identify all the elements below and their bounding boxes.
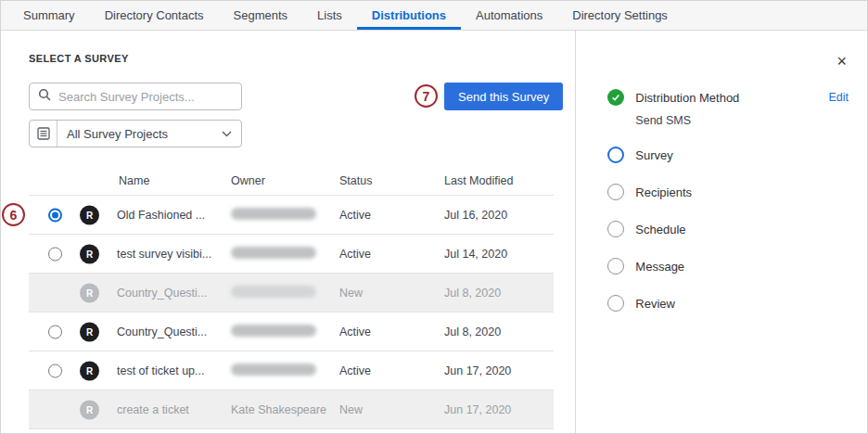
- table-row[interactable]: R Country_Questi... Active Jul 8, 2020: [29, 313, 554, 351]
- survey-status: Active: [339, 248, 371, 261]
- survey-avatar: R: [80, 361, 99, 380]
- step-label: Survey: [635, 148, 672, 162]
- survey-avatar: R: [80, 205, 99, 224]
- step-recipients[interactable]: Recipients: [607, 183, 849, 201]
- distributions-page: Summary Directory Contacts Segments List…: [0, 0, 868, 434]
- survey-last-modified: Jul 16, 2020: [444, 209, 507, 222]
- survey-status: Active: [339, 209, 371, 222]
- survey-table: Name Owner Status Last Modified R Old Fa…: [29, 166, 554, 429]
- top-tab-bar: Summary Directory Contacts Segments List…: [1, 1, 867, 31]
- survey-last-modified: Jun 17, 2020: [444, 364, 511, 377]
- survey-name: Old Fashioned ...: [117, 209, 205, 222]
- survey-filter-dropdown[interactable]: All Survey Projects: [29, 120, 242, 147]
- owner-redacted: [231, 286, 316, 300]
- step-survey[interactable]: Survey: [607, 146, 849, 164]
- step-sublabel-send-sms: Send SMS: [635, 114, 849, 129]
- step-label: Distribution Method: [635, 91, 739, 105]
- step-circle-icon: [607, 258, 624, 274]
- close-icon[interactable]: ×: [836, 53, 847, 70]
- survey-search-box[interactable]: [29, 83, 242, 110]
- step-review[interactable]: Review: [607, 294, 849, 313]
- table-row[interactable]: R Old Fashioned ... Active Jul 16, 2020: [29, 196, 554, 235]
- step-label: Review: [635, 297, 675, 311]
- survey-filter-value: All Survey Projects: [57, 127, 222, 141]
- survey-last-modified: Jul 8, 2020: [444, 287, 501, 300]
- step-schedule[interactable]: Schedule: [607, 220, 849, 238]
- tab-automations[interactable]: Automations: [461, 1, 557, 30]
- survey-select-area: SELECT A SURVEY Send this Survey All Sur…: [1, 31, 575, 434]
- survey-owner: Kate Shakespeare: [231, 403, 326, 416]
- step-circle-icon: [607, 221, 624, 237]
- row-radio[interactable]: [48, 325, 62, 338]
- step-distribution-method: Distribution Method Edit: [607, 88, 849, 107]
- survey-avatar: R: [80, 322, 99, 341]
- survey-name: test of ticket up...: [117, 364, 205, 377]
- column-header-last-modified: Last Modified: [444, 174, 513, 187]
- owner-redacted: [231, 325, 316, 339]
- check-circle-icon: [607, 89, 624, 106]
- survey-avatar: R: [80, 400, 99, 419]
- table-row-disabled: R create a ticket Kate Shakespeare New J…: [29, 390, 554, 429]
- step-label: Message: [635, 260, 684, 274]
- survey-avatar: R: [80, 244, 99, 263]
- survey-last-modified: Jul 8, 2020: [444, 326, 501, 338]
- send-this-survey-button[interactable]: Send this Survey: [444, 83, 563, 110]
- edit-link[interactable]: Edit: [828, 91, 849, 104]
- survey-avatar: R: [80, 283, 99, 302]
- tab-segments[interactable]: Segments: [219, 1, 303, 30]
- survey-status: Active: [339, 364, 371, 377]
- tab-summary[interactable]: Summary: [8, 1, 90, 30]
- step-circle-icon: [607, 295, 624, 312]
- step-circle-active-icon: [607, 147, 624, 163]
- survey-name: create a ticket: [117, 403, 189, 416]
- step-message[interactable]: Message: [607, 257, 849, 275]
- search-icon: [38, 88, 51, 105]
- table-row[interactable]: R test survey visibi... Active Jul 14, 2…: [29, 235, 554, 274]
- survey-status: Active: [339, 326, 371, 338]
- steps-list: Distribution Method Edit Send SMS Survey…: [607, 88, 849, 331]
- tab-directory-contacts[interactable]: Directory Contacts: [90, 1, 219, 30]
- chevron-down-icon: [222, 131, 241, 137]
- step-label: Schedule: [635, 223, 685, 236]
- survey-name: test survey visibi...: [117, 248, 211, 261]
- step-label: Recipients: [635, 185, 692, 199]
- tab-distributions[interactable]: Distributions: [357, 1, 461, 30]
- row-radio[interactable]: [48, 247, 62, 261]
- column-header-status: Status: [339, 174, 372, 187]
- select-survey-heading: SELECT A SURVEY: [29, 53, 129, 64]
- survey-last-modified: Jul 14, 2020: [444, 248, 507, 261]
- survey-status: New: [339, 287, 363, 300]
- tab-directory-settings[interactable]: Directory Settings: [557, 1, 683, 30]
- survey-status: New: [339, 403, 363, 416]
- table-row-disabled: R Country_Questi... New Jul 8, 2020: [29, 274, 554, 313]
- step-circle-icon: [607, 184, 624, 200]
- row-radio-selected[interactable]: [48, 208, 62, 222]
- owner-redacted: [231, 247, 316, 262]
- table-row[interactable]: R test of ticket up... Active Jun 17, 20…: [29, 351, 554, 390]
- survey-name: Country_Questi...: [117, 326, 207, 338]
- search-survey-input[interactable]: [58, 90, 233, 104]
- survey-name: Country_Questi...: [117, 287, 207, 300]
- owner-redacted: [231, 208, 316, 223]
- annotation-step-6: 6: [2, 203, 25, 226]
- table-header-row: Name Owner Status Last Modified: [29, 166, 554, 196]
- row-radio[interactable]: [48, 364, 62, 377]
- column-header-name: Name: [119, 174, 149, 187]
- tab-lists[interactable]: Lists: [302, 1, 357, 30]
- survey-last-modified: Jun 17, 2020: [444, 403, 511, 416]
- annotation-step-7: 7: [415, 84, 438, 108]
- column-header-owner: Owner: [231, 174, 265, 187]
- owner-redacted: [231, 364, 316, 378]
- list-filter-icon: [30, 121, 57, 147]
- distribution-steps-panel: × Distribution Method Edit Send SMS Surv…: [575, 31, 867, 434]
